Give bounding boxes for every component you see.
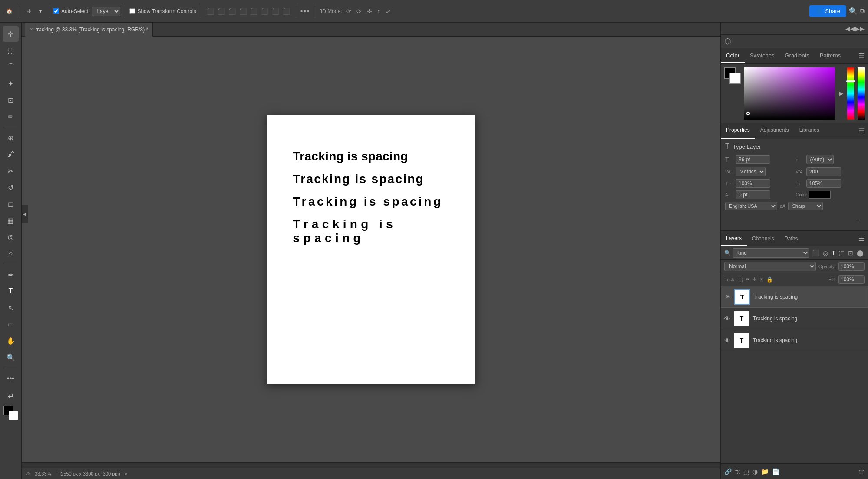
marquee-tool[interactable]: ⬚ xyxy=(3,43,19,58)
filter-kind-select[interactable]: Kind xyxy=(733,248,809,258)
foreground-bg-swap[interactable]: ⇄ xyxy=(3,387,19,403)
dropdown-button[interactable]: ▾ xyxy=(36,7,44,16)
hue-slider[interactable] xyxy=(847,67,854,120)
opacity-input[interactable] xyxy=(838,262,865,271)
dodge-tool[interactable]: ○ xyxy=(3,246,19,261)
align-top-button[interactable]: ⬛ xyxy=(249,7,259,16)
new-adjustment-button[interactable]: ◑ xyxy=(752,468,758,475)
distribute-button[interactable]: ⬛ xyxy=(281,7,291,16)
history-brush-tool[interactable]: ↺ xyxy=(3,180,19,195)
3d-roll-button[interactable]: ⟳ xyxy=(355,7,363,16)
blur-tool[interactable]: ◎ xyxy=(3,229,19,245)
color-panel-menu[interactable]: ☰ xyxy=(855,48,868,63)
layer-effects-button[interactable]: fx xyxy=(735,468,740,475)
filter-pixel-button[interactable]: ⬛ xyxy=(811,249,820,257)
tab-close-button[interactable]: ✕ xyxy=(30,27,33,32)
collapse-right-button[interactable]: ▶▶ xyxy=(855,25,865,32)
share-button[interactable]: 👤 Share xyxy=(809,5,846,17)
search-button[interactable]: 🔍 xyxy=(849,7,858,15)
color-gradient-picker[interactable] xyxy=(744,67,835,120)
tab-channels[interactable]: Channels xyxy=(747,232,779,245)
tab-swatches[interactable]: Swatches xyxy=(745,49,779,63)
tab-layers[interactable]: Layers xyxy=(721,232,747,246)
properties-panel-menu[interactable]: ☰ xyxy=(855,123,868,139)
align-left-button[interactable]: ⬛ xyxy=(205,7,215,16)
filter-type-button[interactable]: T xyxy=(831,249,836,257)
horizontal-scrollbar[interactable] xyxy=(22,462,720,468)
layer-visibility-2[interactable]: 👁 xyxy=(724,315,730,322)
3d-scale-button[interactable]: ⤢ xyxy=(384,7,392,16)
layer-item[interactable]: 👁 T Tracking is spacing xyxy=(721,329,868,351)
align-center-h-button[interactable]: ⬛ xyxy=(216,7,226,16)
pen-tool[interactable]: ✒ xyxy=(3,267,19,283)
brush-tool[interactable]: 🖌 xyxy=(3,146,19,162)
new-group-button[interactable]: 📁 xyxy=(761,468,769,475)
layer-visibility-1[interactable]: 👁 xyxy=(725,293,731,300)
language-select[interactable]: English: USA xyxy=(725,202,777,210)
text-color-swatch[interactable] xyxy=(809,191,831,199)
tab-gradients[interactable]: Gradients xyxy=(779,49,814,63)
magic-wand-tool[interactable]: ✦ xyxy=(3,76,19,91)
spot-heal-tool[interactable]: ⊕ xyxy=(3,130,19,146)
antialiasing-select[interactable]: Sharp xyxy=(788,202,823,210)
3d-orbit-button[interactable]: ⟳ xyxy=(345,7,353,16)
tab-adjustments[interactable]: Adjustments xyxy=(755,123,794,139)
blend-mode-select[interactable]: Normal xyxy=(724,262,816,271)
kerning-select[interactable]: Metrics xyxy=(736,167,766,176)
canvas-viewport[interactable]: Tracking is spacing Tracking is spacing … xyxy=(22,37,720,462)
crop-tool[interactable]: ⊡ xyxy=(3,92,19,108)
auto-select-type-select[interactable]: Layer xyxy=(92,7,120,16)
tab-patterns[interactable]: Patterns xyxy=(815,49,846,63)
fill-input[interactable] xyxy=(838,275,865,284)
zoom-tool[interactable]: 🔍 xyxy=(3,349,19,365)
lock-transparent-button[interactable]: ⬚ xyxy=(738,276,743,283)
status-arrow[interactable]: > xyxy=(125,471,127,476)
layer-item[interactable]: 👁 T Tracking is spacing xyxy=(721,308,868,329)
new-layer-button[interactable]: 📄 xyxy=(772,468,779,475)
font-size-input[interactable] xyxy=(736,155,770,164)
background-swatch[interactable] xyxy=(729,73,741,84)
more-options-icon[interactable]: ••• xyxy=(300,7,310,15)
layer-item[interactable]: 👁 T Tracking is spacing xyxy=(721,286,868,308)
link-layers-button[interactable]: 🔗 xyxy=(724,468,732,475)
left-collapse-button[interactable]: ◀ xyxy=(22,205,28,223)
h-scale-input[interactable] xyxy=(736,179,770,188)
window-resize-button[interactable]: ⧉ xyxy=(860,7,865,15)
filter-smartobj-button[interactable]: ⊡ xyxy=(847,249,854,257)
tracking-input[interactable] xyxy=(806,167,841,176)
type-tool[interactable]: T xyxy=(3,283,19,299)
lock-image-button[interactable]: ✏ xyxy=(746,276,750,283)
filter-shape-button[interactable]: ⬚ xyxy=(838,249,845,257)
lock-artboard-button[interactable]: ⊡ xyxy=(759,276,764,283)
delete-layer-button[interactable]: 🗑 xyxy=(858,468,865,475)
align-right-button[interactable]: ⬛ xyxy=(227,7,237,16)
tab-color[interactable]: Color xyxy=(721,49,745,63)
filter-adjust-button[interactable]: ◎ xyxy=(822,249,829,257)
align-spacer-button[interactable]: ⬛ xyxy=(238,7,248,16)
3d-slide-button[interactable]: ↕ xyxy=(376,7,382,16)
filter-active-toggle[interactable]: ⬤ xyxy=(856,249,865,257)
home-button[interactable]: 🏠 xyxy=(3,7,15,16)
v-scale-input[interactable] xyxy=(806,179,841,188)
rectangle-tool[interactable]: ▭ xyxy=(3,316,19,332)
lock-all-button[interactable]: 🔒 xyxy=(766,276,773,283)
tab-libraries[interactable]: Libraries xyxy=(794,123,825,139)
path-selection-tool[interactable]: ↖ xyxy=(3,300,19,316)
lock-position-button[interactable]: ✛ xyxy=(752,276,757,283)
saturation-slider[interactable] xyxy=(858,67,865,120)
lasso-tool[interactable]: ⌒ xyxy=(3,59,19,75)
move-tool-button[interactable]: ✛ xyxy=(24,7,34,16)
background-color[interactable] xyxy=(9,411,18,420)
tab-paths[interactable]: Paths xyxy=(779,232,803,245)
3d-cube-icon[interactable]: ⬡ xyxy=(724,37,731,46)
leading-select[interactable]: (Auto) xyxy=(806,155,834,164)
gradient-tool[interactable]: ▦ xyxy=(3,213,19,228)
add-mask-button[interactable]: ⬚ xyxy=(743,468,749,475)
transform-controls-checkbox[interactable] xyxy=(129,8,135,14)
eyedropper-tool[interactable]: ✏ xyxy=(3,109,19,124)
align-center-v-button[interactable]: ⬛ xyxy=(260,7,270,16)
3d-pan-button[interactable]: ✛ xyxy=(366,7,373,16)
align-bottom-button[interactable]: ⬛ xyxy=(271,7,281,16)
extra-tools-button[interactable]: ••• xyxy=(3,371,19,386)
collapse-left-button[interactable]: ◀◀ xyxy=(845,25,855,32)
